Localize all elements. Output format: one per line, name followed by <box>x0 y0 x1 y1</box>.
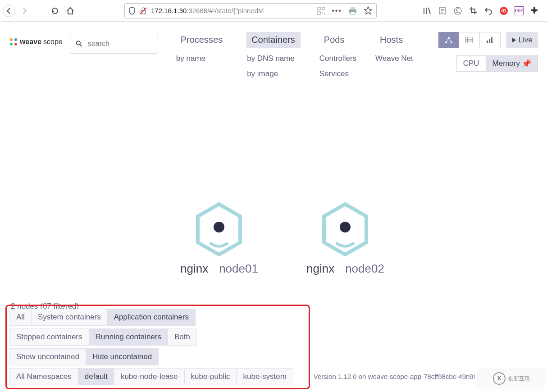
svg-rect-4 <box>318 12 320 14</box>
play-icon <box>511 37 517 43</box>
filter-show-uncontained[interactable]: Show uncontained <box>9 348 86 365</box>
back-button[interactable] <box>3 5 15 17</box>
library-icon[interactable] <box>423 6 432 15</box>
undo-icon[interactable] <box>484 6 493 15</box>
filter-ns-kube-public[interactable]: kube-public <box>185 368 237 385</box>
metric-cpu-button[interactable]: CPU <box>456 55 486 72</box>
svg-point-21 <box>14 38 17 41</box>
filter-ns-kube-system[interactable]: kube-system <box>237 368 293 385</box>
home-button[interactable] <box>64 5 77 17</box>
svg-rect-5 <box>322 12 323 13</box>
sub-services[interactable]: Services <box>319 69 356 78</box>
filter-both[interactable]: Both <box>168 328 197 346</box>
sub-by-image[interactable]: by image <box>246 69 301 78</box>
tab-containers[interactable]: Containers <box>246 32 301 48</box>
pin-icon: 📌 <box>522 59 531 68</box>
svg-rect-6 <box>324 14 325 14</box>
svg-rect-36 <box>489 39 490 43</box>
svg-point-39 <box>214 222 224 232</box>
filter-hide-uncontained[interactable]: Hide uncontained <box>86 348 159 365</box>
url-bar[interactable]: 172.16.1.30:32688/#!/state/{"pinnedM ••• <box>124 3 377 18</box>
reader-icon[interactable] <box>438 6 447 15</box>
browser-toolbar: 172.16.1.30:32688/#!/state/{"pinnedM •••… <box>0 0 547 22</box>
svg-rect-35 <box>487 41 488 43</box>
filter-ns-all[interactable]: All Namespaces <box>9 368 78 385</box>
filter-ns-kube-node-lease[interactable]: kube-node-lease <box>114 368 185 385</box>
svg-rect-3 <box>322 7 325 10</box>
watermark: X 创新互联 <box>478 368 545 389</box>
filter-stopped[interactable]: Stopped containers <box>9 328 89 346</box>
forward-button[interactable] <box>18 5 31 17</box>
svg-point-20 <box>10 38 13 41</box>
svg-line-25 <box>80 45 82 46</box>
svg-point-23 <box>14 43 17 46</box>
graph-icon <box>445 36 453 44</box>
pdf-icon[interactable]: PDF <box>515 6 524 15</box>
tab-pods[interactable]: Pods <box>319 32 356 48</box>
filter-system-containers[interactable]: System containers <box>32 309 108 326</box>
filter-running[interactable]: Running containers <box>89 328 168 346</box>
view-resources-button[interactable] <box>480 32 501 48</box>
version-label: Version 1.12.0 on weave-scope-app-78cff9… <box>314 373 475 380</box>
search-box[interactable] <box>70 34 158 54</box>
svg-rect-8 <box>351 7 355 9</box>
qr-icon[interactable] <box>317 7 325 15</box>
filter-row-state: Stopped containers Running containers Bo… <box>9 328 306 346</box>
node-nginx-node01[interactable]: nginx node01 <box>180 202 258 276</box>
bars-icon <box>486 37 493 43</box>
svg-rect-31 <box>465 37 473 43</box>
weave-logo-icon <box>9 37 18 46</box>
app-logo: weavescope <box>9 37 63 46</box>
sub-weave-net[interactable]: Weave Net <box>374 54 413 63</box>
star-icon[interactable] <box>364 6 373 15</box>
infinity-icon[interactable] <box>499 6 508 15</box>
view-table-button[interactable] <box>459 32 480 48</box>
filter-row-namespace: All Namespaces default kube-node-lease k… <box>9 368 306 385</box>
crop-icon[interactable] <box>469 6 478 15</box>
svg-point-18 <box>456 9 459 11</box>
svg-point-22 <box>10 43 13 46</box>
filter-row-uncontained: Show uncontained Hide uncontained <box>9 348 306 365</box>
filter-application-containers[interactable]: Application containers <box>108 309 196 326</box>
svg-point-41 <box>340 222 351 232</box>
svg-rect-9 <box>351 12 355 14</box>
url-text: 172.16.1.30:32688/#!/state/{"pinnedM <box>151 7 314 14</box>
topology-nav: Processes by name Containers by DNS name… <box>175 32 413 78</box>
meatballs-icon[interactable]: ••• <box>332 7 342 15</box>
svg-line-30 <box>449 38 451 42</box>
table-icon <box>465 37 473 43</box>
svg-rect-37 <box>491 37 492 43</box>
shield-icon <box>128 7 136 15</box>
search-icon <box>76 40 82 48</box>
live-button[interactable]: Live <box>506 32 538 48</box>
printer-icon[interactable] <box>348 7 357 15</box>
metric-memory-button[interactable]: Memory📌 <box>486 55 538 72</box>
sub-by-name[interactable]: by name <box>175 54 228 63</box>
reload-button[interactable] <box>49 5 61 17</box>
extensions-icon[interactable] <box>530 6 539 15</box>
lock-strike-icon <box>139 7 147 15</box>
filter-ns-default[interactable]: default <box>78 368 114 385</box>
search-input[interactable] <box>88 40 152 48</box>
tab-processes[interactable]: Processes <box>175 32 228 48</box>
node-label-minor: node01 <box>219 262 258 276</box>
svg-rect-2 <box>318 7 320 10</box>
filter-row-container-type: All System containers Application contai… <box>9 309 306 326</box>
filter-all[interactable]: All <box>9 309 32 326</box>
tab-hosts[interactable]: Hosts <box>374 32 413 48</box>
node-nginx-node02[interactable]: nginx node02 <box>306 202 384 276</box>
node-label-major: nginx <box>306 262 334 276</box>
svg-line-29 <box>446 38 449 42</box>
filters-panel: All System containers Application contai… <box>5 305 310 389</box>
svg-line-12 <box>428 8 430 14</box>
view-graph-button[interactable] <box>438 32 459 48</box>
sub-by-dns-name[interactable]: by DNS name <box>246 54 301 63</box>
node-label-major: nginx <box>180 262 208 276</box>
svg-point-24 <box>76 41 80 45</box>
sub-controllers[interactable]: Controllers <box>319 54 356 63</box>
node-label-minor: node02 <box>345 262 384 276</box>
account-icon[interactable] <box>453 6 462 15</box>
